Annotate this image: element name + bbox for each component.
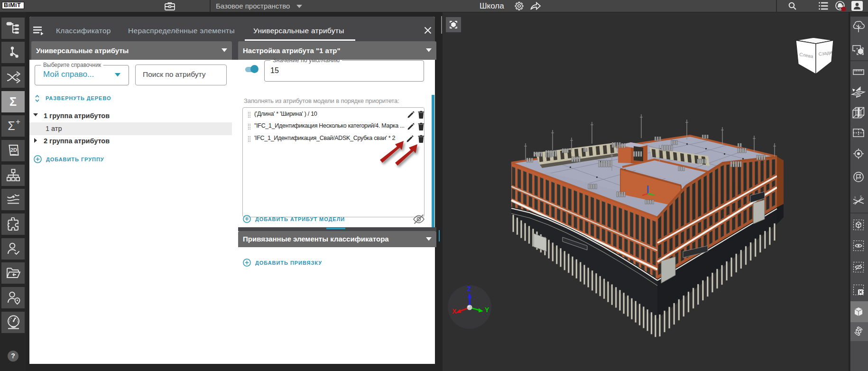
svg-text:2D: 2D xyxy=(10,147,17,153)
svg-text:X: X xyxy=(452,307,457,315)
svg-text:Z: Z xyxy=(467,285,471,293)
svg-text:2: 2 xyxy=(860,195,862,198)
svg-text:Y: Y xyxy=(485,306,489,314)
svg-text:1: 1 xyxy=(854,196,856,199)
